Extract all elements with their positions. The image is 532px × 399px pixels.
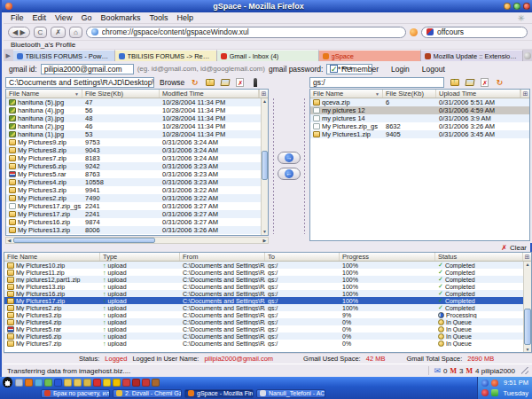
quicklaunch-icon[interactable]: [15, 379, 23, 387]
file-row[interactable]: My Pictures16.zip 9874 0/31/2006 3:27 AM: [6, 218, 268, 226]
browse-button[interactable]: Browse: [160, 78, 184, 87]
list-all-tabs-button[interactable]: [522, 50, 532, 61]
file-row[interactable]: My Pictures7.zip 8183 0/31/2006 3:24 AM: [6, 154, 268, 162]
transfer-row[interactable]: My Pictures7.zip ↑upload C:\Documents an…: [4, 340, 531, 347]
scrollbar-thumb[interactable]: [524, 309, 531, 345]
file-row[interactable]: My Pictures.zip_gs 8632 0/31/2006 3:26 A…: [310, 122, 529, 130]
key-icon[interactable]: [250, 78, 260, 87]
transfer-row[interactable]: My Pictures10.zip ↑upload C:\Documents a…: [4, 262, 531, 269]
column-from[interactable]: From: [180, 253, 265, 261]
quicklaunch-icon[interactable]: [74, 379, 82, 387]
column-picker-icon[interactable]: ⊞: [522, 253, 531, 261]
quicklaunch-icon[interactable]: [35, 379, 43, 387]
maximize-button[interactable]: [513, 3, 520, 10]
browser-tab[interactable]: gSpace: [319, 50, 421, 61]
file-row[interactable]: My Pictures17.zip_gs 2241 0/31/2006 3:27…: [6, 202, 268, 210]
quicklaunch-icon[interactable]: [83, 379, 91, 387]
transfer-row[interactable]: My Pictures4.zip ↑upload C:\Documents an…: [4, 318, 531, 325]
download-from-gspace-button[interactable]: ←: [278, 168, 301, 180]
column-upload-time[interactable]: Upload Time: [436, 90, 520, 98]
new-folder-icon[interactable]: [450, 78, 459, 87]
transfer-row[interactable]: My Pictures3.zip ↑upload C:\Documents an…: [4, 311, 531, 318]
browser-tab[interactable]: TBILISIS FORUMS -> Replying in Fire...: [115, 50, 217, 61]
menu-tools[interactable]: Tools: [149, 13, 168, 22]
task-button[interactable]: Nanuli_Telefoni - ACD...: [256, 389, 325, 398]
delete-icon[interactable]: [480, 78, 489, 87]
gmail-m-icon[interactable]: M: [466, 367, 473, 375]
tray-clock[interactable]: 9:51 PM: [504, 379, 528, 387]
transfer-row[interactable]: My Pictures11.zip ↑upload C:\Documents a…: [4, 269, 531, 276]
local-path-field[interactable]: C:\Documents and Settings\RAJD\Desktop\N…: [5, 77, 154, 88]
bluetooth-tray-icon[interactable]: [481, 379, 489, 387]
resize-grip[interactable]: [521, 367, 528, 374]
scroll-down-icon[interactable]: ▼: [524, 347, 531, 352]
quicklaunch-icon[interactable]: [93, 379, 101, 387]
refresh-icon[interactable]: ↻: [190, 78, 200, 87]
logout-button[interactable]: Logout: [422, 65, 445, 74]
menu-help[interactable]: Help: [176, 13, 193, 22]
scroll-up-icon[interactable]: ▲: [524, 262, 531, 267]
tray-icon[interactable]: [481, 389, 489, 396]
column-type[interactable]: Type: [100, 253, 180, 261]
file-row[interactable]: My Pictures2.zip 7490 0/31/2006 3:22 AM: [6, 194, 268, 202]
file-row[interactable]: hanituna (2).jpg 46 10/28/2004 11:34 PM: [6, 122, 268, 130]
file-row[interactable]: hanituna (3).jpg 48 10/28/2004 11:34 PM: [6, 114, 268, 122]
quicklaunch-icon[interactable]: [142, 379, 150, 387]
column-status[interactable]: Status: [435, 253, 522, 261]
search-input[interactable]: offcours: [437, 27, 464, 36]
home-button[interactable]: ⌂: [69, 27, 82, 38]
menu-file[interactable]: File: [11, 13, 24, 22]
scroll-down-icon[interactable]: ▼: [262, 229, 268, 235]
new-folder-icon[interactable]: [205, 78, 215, 87]
scrollbar-thumb[interactable]: [262, 151, 268, 181]
tray-day[interactable]: Tuesday: [504, 389, 529, 397]
quicklaunch-icon[interactable]: [113, 379, 121, 387]
transfer-row[interactable]: My Pictures16.zip ↑upload C:\Documents a…: [4, 290, 531, 297]
envelope-icon[interactable]: ✉: [434, 366, 441, 375]
login-button[interactable]: Login: [391, 65, 410, 74]
column-file-size[interactable]: File Size(Kb): [82, 90, 160, 98]
task-button[interactable]: gSpace - Mozilla Firefox: [184, 389, 254, 398]
file-row[interactable]: My Pictures9.zip 9753 0/31/2006 3:24 AM: [6, 138, 268, 146]
file-row[interactable]: My Pictures6.zip 9242 0/31/2006 3:23 AM: [6, 162, 268, 170]
menu-bookmarks[interactable]: Bookmarks: [100, 13, 140, 22]
reload-button[interactable]: C: [34, 27, 48, 38]
go-button[interactable]: [410, 28, 418, 36]
scroll-up-icon[interactable]: ▲: [262, 98, 268, 105]
file-row[interactable]: hanituna (5).jpg 47 10/28/2004 11:34 PM: [6, 98, 268, 106]
file-row[interactable]: qceva.zip 6 0/31/2006 5:51 AM: [310, 98, 529, 106]
task-button[interactable]: 2. Dzvali - Chemi Gza -...: [113, 389, 182, 398]
column-file-name[interactable]: File Name: [4, 253, 100, 261]
file-row[interactable]: My Pictures5.rar 8763 0/31/2006 3:23 AM: [6, 170, 268, 178]
transfer-vertical-scrollbar[interactable]: ▲ ▼: [523, 262, 531, 352]
quicklaunch-icon[interactable]: [152, 379, 160, 387]
quicklaunch-icon[interactable]: [122, 379, 130, 387]
delete-icon[interactable]: [235, 78, 245, 87]
transfer-row[interactable]: My Pictures13.zip ↑upload C:\Documents a…: [4, 283, 531, 290]
file-row[interactable]: My Pictures4.zip 10558 0/31/2006 3:23 AM: [6, 178, 268, 186]
column-file-name[interactable]: File Name▼: [310, 90, 383, 98]
file-row[interactable]: My Pictures13.zip 8006 0/31/2006 3:26 AM: [6, 226, 268, 234]
browser-tab[interactable]: Gmail - Inbox (4): [217, 50, 319, 61]
menu-go[interactable]: Go: [81, 13, 91, 22]
file-row[interactable]: my pictures 12 0/31/2006 4:59 AM: [310, 106, 529, 114]
local-vertical-scrollbar[interactable]: ▲ ▼: [261, 98, 268, 235]
open-folder-icon[interactable]: [220, 78, 230, 87]
refresh-icon[interactable]: ↻: [495, 78, 505, 87]
transfer-row[interactable]: My Pictures5.rar ↑upload C:\Documents an…: [4, 325, 531, 332]
gmail-m-icon[interactable]: M: [450, 367, 457, 375]
column-progress[interactable]: Progress: [340, 253, 435, 261]
quicklaunch-icon[interactable]: [54, 379, 62, 387]
url-bar[interactable]: chrome://gspace/content/gspaceWindow.xul: [86, 27, 406, 38]
search-box[interactable]: offcours: [421, 27, 528, 38]
file-row[interactable]: my pictures 14 0/31/2006 3:9 AM: [310, 114, 529, 122]
url-text[interactable]: chrome://gspace/content/gspaceWindow.xul: [102, 27, 401, 36]
clear-button[interactable]: Clear: [510, 244, 527, 252]
file-row[interactable]: My Pictures1.zip 9405 0/31/2006 3:45 AM: [310, 130, 529, 138]
tray-icon[interactable]: [491, 389, 498, 396]
bookmark-bluetooth-profile[interactable]: Bluetooth_a's Profile: [11, 41, 75, 49]
remember-checkbox[interactable]: ✓: [330, 65, 338, 73]
file-row[interactable]: My Pictures3.zip 9941 0/31/2006 3:22 AM: [6, 186, 268, 194]
column-file-size[interactable]: File Size(Kb): [383, 90, 436, 98]
close-button[interactable]: [523, 3, 530, 10]
